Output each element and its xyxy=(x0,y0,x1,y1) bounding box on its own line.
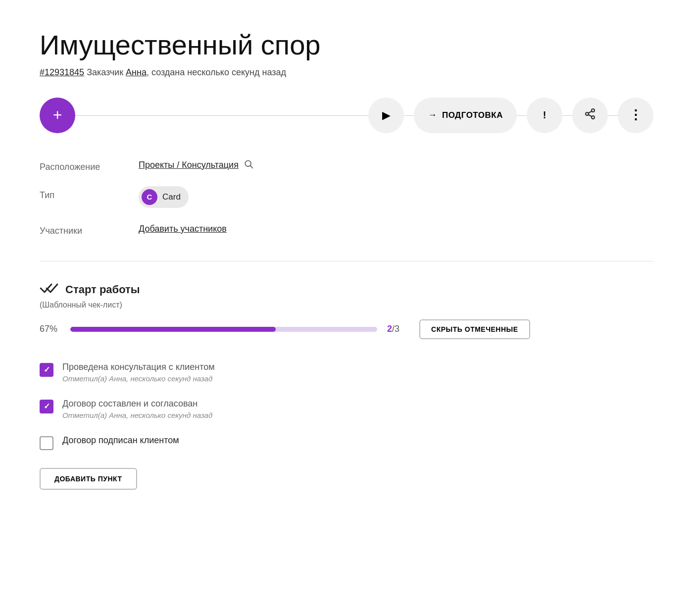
svg-line-3 xyxy=(589,114,592,116)
client-label: Заказчик xyxy=(87,67,123,77)
divider xyxy=(40,261,653,261)
hide-checked-button[interactable]: СКРЫТЬ ОТМЕЧЕННЫЕ xyxy=(419,319,530,339)
svg-line-4 xyxy=(589,111,592,113)
checkbox-3[interactable] xyxy=(40,436,53,450)
checklist-subtitle: (Шаблонный чек-лист) xyxy=(40,301,653,309)
participants-value: Добавить участников xyxy=(139,222,411,236)
item-2-meta: Отметил(а) Анна, несколько секунд назад xyxy=(62,411,212,419)
type-label: Тип xyxy=(40,186,139,208)
item-1-content: Проведена консультация с клиентом Отмети… xyxy=(62,362,215,383)
double-check-icon xyxy=(40,281,58,299)
item-3-label: Договор подписан клиентом xyxy=(62,435,179,446)
checklist-item: ✓ Проведена консультация с клиентом Отме… xyxy=(40,354,653,391)
item-2-content: Договор составлен и согласован Отметил(а… xyxy=(62,399,212,419)
alert-icon: ! xyxy=(543,109,546,121)
checkbox-2[interactable]: ✓ xyxy=(40,400,53,413)
checklist-header: Старт работы xyxy=(40,281,653,299)
add-button[interactable]: + xyxy=(40,98,75,133)
order-id-link[interactable]: #12931845 xyxy=(40,67,84,77)
item-2-label: Договор составлен и согласован xyxy=(62,399,212,409)
item-1-label: Проведена консультация с клиентом xyxy=(62,362,215,372)
checklist-title: Старт работы xyxy=(65,283,140,296)
share-button[interactable] xyxy=(572,98,608,133)
type-badge[interactable]: C Card xyxy=(139,186,189,208)
checkbox-1[interactable]: ✓ xyxy=(40,363,53,377)
progress-done: 2 xyxy=(387,324,392,334)
participants-label: Участники xyxy=(40,222,139,236)
info-grid: Расположение Проекты / Консультация Тип … xyxy=(40,158,411,236)
checklist-section: Старт работы (Шаблонный чек-лист) 67% 2/… xyxy=(40,281,653,490)
location-link[interactable]: Проекты / Консультация xyxy=(139,160,239,170)
progress-bar-fill xyxy=(70,327,276,332)
more-button[interactable]: ⋮ xyxy=(618,98,653,133)
item-3-content: Договор подписан клиентом xyxy=(62,435,179,446)
type-badge-text: Card xyxy=(162,192,181,202)
checklist-item: ✓ Договор составлен и согласован Отметил… xyxy=(40,391,653,427)
search-icon[interactable] xyxy=(244,159,253,171)
progress-percent-label: 67% xyxy=(40,324,60,334)
progress-count: 2/3 xyxy=(387,324,399,334)
alert-button[interactable]: ! xyxy=(527,98,562,133)
play-button[interactable]: ▶ xyxy=(368,98,404,133)
location-label: Расположение xyxy=(40,158,139,172)
progress-bar xyxy=(70,327,377,332)
svg-line-6 xyxy=(250,165,253,168)
progress-total: 3 xyxy=(395,324,399,334)
status-label: ПОДГОТОВКА xyxy=(442,110,503,120)
checkmark-icon-1: ✓ xyxy=(44,366,50,374)
created-text: , создана несколько секунд назад xyxy=(147,67,286,77)
page-title: Имущественный спор xyxy=(40,30,653,60)
checklist-items: ✓ Проведена консультация с клиентом Отме… xyxy=(40,354,653,458)
type-badge-circle: C xyxy=(142,189,157,205)
add-participants-link[interactable]: Добавить участников xyxy=(139,224,227,234)
type-value: C Card xyxy=(139,186,411,208)
progress-row: 67% 2/3 СКРЫТЬ ОТМЕЧЕННЫЕ xyxy=(40,319,653,339)
add-item-button[interactable]: ДОБАВИТЬ ПУНКТ xyxy=(40,468,137,490)
checklist-item: Договор подписан клиентом xyxy=(40,427,653,458)
page-subtitle: #12931845 Заказчик Анна, создана несколь… xyxy=(40,67,653,78)
toolbar: + ▶ → ПОДГОТОВКА ! ⋮ xyxy=(40,98,653,133)
status-arrow-icon: → xyxy=(428,110,437,120)
client-name-link[interactable]: Анна xyxy=(126,67,147,77)
item-1-meta: Отметил(а) Анна, несколько секунд назад xyxy=(62,374,215,383)
share-icon xyxy=(584,108,596,123)
location-value: Проекты / Консультация xyxy=(139,158,411,172)
checkmark-icon-2: ✓ xyxy=(44,403,50,411)
status-button[interactable]: → ПОДГОТОВКА xyxy=(414,98,517,133)
